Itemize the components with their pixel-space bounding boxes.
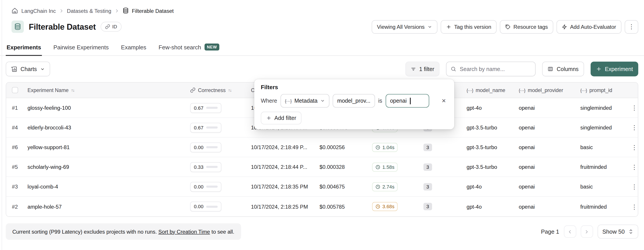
- latency-badge: 2.74s: [372, 182, 398, 191]
- plus-icon: [266, 115, 272, 120]
- tab-examples[interactable]: Examples: [120, 41, 147, 56]
- more-options-button[interactable]: ⋮: [625, 20, 638, 34]
- row-menu-button[interactable]: ⋮: [631, 124, 638, 130]
- column-header-model-name[interactable]: {⋯}model_name: [466, 87, 519, 93]
- correctness-bar: [206, 126, 218, 128]
- run-count-badge: 3: [423, 144, 432, 151]
- model-provider-cell: openai: [519, 105, 580, 111]
- add-filter-button[interactable]: Add filter: [261, 112, 302, 124]
- breadcrumb-current[interactable]: Filterable Dataset: [122, 7, 174, 14]
- start-time: 10/17/2024, 2:18:44 P...: [251, 164, 320, 170]
- total-cost: $0.000328: [320, 164, 372, 170]
- metadata-braces-icon: {⋯}: [466, 88, 473, 92]
- row-menu-button[interactable]: ⋮: [631, 184, 638, 190]
- table-row[interactable]: #6 yellow-support-81 0.00 10/17/2024, 2:…: [6, 138, 638, 157]
- resource-tags-button[interactable]: Resource tags: [500, 20, 553, 34]
- sort-icon[interactable]: ↑↓: [228, 88, 232, 92]
- page-size-select[interactable]: Show 50: [597, 224, 638, 238]
- prev-page-button[interactable]: [564, 226, 576, 238]
- prompt-id-cell: basic: [580, 144, 631, 150]
- row-menu-button[interactable]: ⋮: [631, 144, 638, 150]
- row-menu-button[interactable]: ⋮: [631, 204, 638, 210]
- link-icon: [105, 24, 110, 29]
- next-page-button[interactable]: [580, 226, 593, 238]
- sort-by-creation-time-link[interactable]: Sort by Creation Time: [158, 228, 210, 235]
- sort-icon[interactable]: ↑↓: [71, 88, 74, 92]
- row-number: #2: [12, 204, 28, 210]
- columns-button[interactable]: Columns: [542, 62, 584, 76]
- row-menu-button[interactable]: ⋮: [631, 105, 638, 111]
- page: LangChain Inc Datasets & Testing Filtera…: [0, 0, 644, 250]
- correctness-score: 0.00: [190, 182, 222, 192]
- search-input[interactable]: Search by name...: [446, 62, 536, 76]
- experiment-name[interactable]: scholarly-wing-69: [28, 164, 190, 170]
- correctness-bar: [206, 166, 218, 168]
- column-header-correctness[interactable]: Correctness↑↓: [190, 87, 251, 93]
- filter-button[interactable]: 1 filter: [405, 62, 440, 76]
- breadcrumb: LangChain Inc Datasets & Testing Filtera…: [0, 0, 644, 15]
- prompt-id-cell: fruitminded: [580, 204, 631, 210]
- sorting-note: Current sorting (P99 Latency) excludes p…: [6, 224, 241, 240]
- table-row[interactable]: #2 ample-hole-57 0.00 10/17/2024, 2:18:2…: [6, 197, 638, 216]
- columns-icon: [548, 66, 554, 72]
- correctness-score: 0.00: [190, 202, 222, 212]
- clock-icon: [375, 164, 380, 169]
- chevron-down-icon: [40, 67, 44, 71]
- breadcrumb-section[interactable]: Datasets & Testing: [67, 8, 111, 14]
- row-number: #4: [12, 124, 28, 130]
- tag-version-button[interactable]: Tag this version: [440, 20, 496, 34]
- select-all-checkbox[interactable]: [12, 87, 18, 93]
- pagination: Page 1 Show 50: [541, 224, 638, 238]
- new-badge: NEW: [204, 44, 219, 51]
- column-header-model-provider[interactable]: {⋯}model_provider: [519, 87, 580, 93]
- model-provider-cell: openai: [519, 124, 580, 130]
- run-count-badge: 3: [423, 163, 432, 170]
- experiment-name[interactable]: loyal-comb-4: [28, 184, 190, 190]
- tab-pairwise-experiments[interactable]: Pairwise Experiments: [53, 41, 110, 56]
- row-menu-button[interactable]: ⋮: [631, 164, 638, 170]
- id-badge[interactable]: ID: [101, 22, 122, 32]
- filter-value-input[interactable]: openai: [386, 94, 429, 108]
- experiment-name[interactable]: glossy-feeling-100: [28, 105, 190, 111]
- table-row[interactable]: #5 scholarly-wing-69 0.33 10/17/2024, 2:…: [6, 157, 638, 177]
- experiment-name[interactable]: yellow-support-81: [28, 144, 190, 150]
- prompt-id-cell: basic: [580, 184, 631, 190]
- start-time: 10/17/2024, 2:18:35 PM: [251, 184, 320, 190]
- tab-bar: Experiments Pairwise Experiments Example…: [0, 40, 644, 56]
- model-provider-cell: openai: [519, 144, 580, 150]
- run-count-badge: 3: [423, 183, 432, 190]
- experiment-name[interactable]: ample-hole-57: [28, 204, 190, 210]
- home-icon[interactable]: [12, 7, 18, 14]
- experiment-name[interactable]: elderly-broccoli-43: [28, 124, 190, 130]
- tab-fewshot-search[interactable]: Few-shot search NEW: [158, 41, 220, 56]
- row-number: #6: [12, 144, 28, 150]
- filter-row: Where {⋯} Metadata model_prov... is open…: [261, 94, 448, 108]
- viewing-versions-button[interactable]: Viewing All Versions: [372, 20, 437, 34]
- new-experiment-button[interactable]: Experiment: [590, 62, 638, 76]
- row-number: #5: [12, 164, 28, 170]
- latency-badge: 1.04s: [372, 143, 398, 152]
- column-header-prompt-id[interactable]: {⋯}prompt_id: [580, 87, 631, 93]
- total-cost: $0.005785: [320, 204, 372, 210]
- remove-filter-button[interactable]: ✕: [440, 97, 448, 105]
- column-header-experiment-name[interactable]: Experiment Name↑↓: [28, 87, 190, 93]
- charts-button[interactable]: Charts: [6, 62, 50, 76]
- latency-badge: 1.58s: [372, 162, 398, 172]
- filter-key-field[interactable]: model_prov...: [332, 94, 375, 108]
- metadata-braces-icon: {⋯}: [580, 88, 587, 92]
- database-icon: [122, 7, 129, 14]
- prompt-id-cell: singleminded: [580, 124, 631, 130]
- model-name-cell: gpt-4o: [466, 204, 519, 210]
- total-cost: $0.004675: [320, 184, 372, 190]
- tab-experiments[interactable]: Experiments: [6, 41, 42, 56]
- filter-lines-icon: [410, 66, 416, 72]
- filter-field-select[interactable]: {⋯} Metadata: [280, 94, 329, 108]
- breadcrumb-org[interactable]: LangChain Inc: [22, 8, 56, 14]
- table-row[interactable]: #3 loyal-comb-4 0.00 10/17/2024, 2:18:35…: [6, 177, 638, 197]
- page-label: Page 1: [541, 228, 559, 235]
- row-number: #1: [12, 105, 28, 111]
- toolbar: Charts 1 filter Search by name... Column…: [6, 62, 638, 76]
- page-title: Filterable Dataset: [29, 22, 96, 32]
- where-label: Where: [261, 98, 277, 104]
- add-auto-evaluator-button[interactable]: Add Auto-Evaluator: [556, 20, 622, 34]
